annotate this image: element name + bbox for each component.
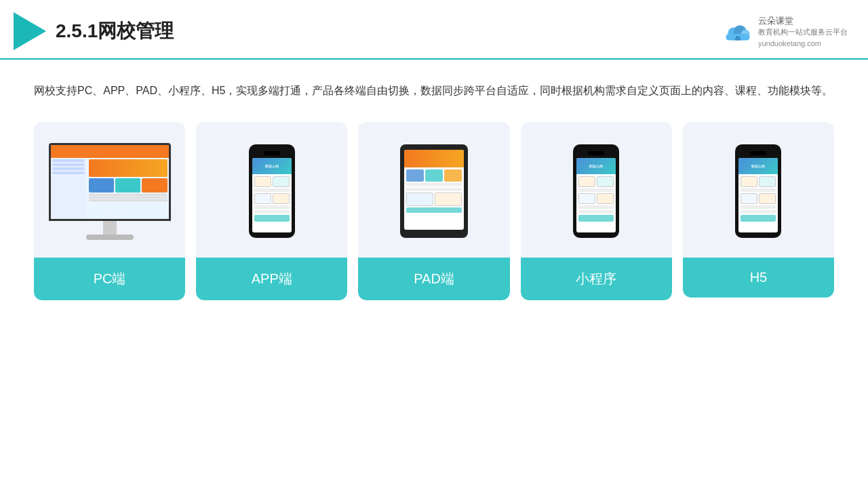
phone-body-2: 职达人的 — [573, 144, 619, 238]
phone-screen: 职达人的 — [252, 158, 292, 232]
h5-phone-mockup: 职达人的 — [735, 144, 781, 238]
phone-screen-2: 职达人的 — [576, 158, 616, 232]
card-miniprogram-label: 小程序 — [521, 258, 672, 300]
app-mini-card-2 — [273, 176, 290, 187]
card-miniprogram-image: 职达人的 — [521, 122, 672, 258]
mp-row-1 — [578, 188, 614, 192]
app-mini-card-3 — [254, 193, 271, 204]
header: 2.5.1网校管理 云朵课堂 教育机构一站式服务云平台 yunduoketang… — [0, 0, 868, 60]
app-phone-mockup: 职达人的 — [249, 144, 295, 238]
main-content: 网校支持PC、APP、PAD、小程序、H5，实现多端打通，产品各终端自由切换，数… — [0, 60, 868, 314]
app-header-bar: 职达人的 — [252, 158, 292, 174]
brand-text-block: 云朵课堂 教育机构一站式服务云平台 yunduoketang.com — [758, 15, 848, 47]
brand-url: yunduoketang.com — [758, 39, 848, 47]
mp-row-2 — [578, 205, 614, 209]
monitor-neck — [103, 221, 117, 235]
card-miniprogram: 职达人的 — [521, 122, 672, 300]
monitor-screen — [49, 143, 171, 221]
phone-screen-3: 职达人的 — [738, 158, 778, 232]
h5-header-bar: 职达人的 — [738, 158, 778, 174]
card-pad-image — [358, 122, 509, 258]
mp-mini-card-1 — [578, 176, 595, 187]
header-right: 云朵课堂 教育机构一站式服务云平台 yunduoketang.com — [722, 15, 848, 47]
app-content-area — [252, 174, 292, 224]
platform-cards: PC端 职达人的 — [34, 122, 834, 300]
h5-content-area — [738, 174, 778, 224]
cloud-logo-icon — [722, 20, 754, 42]
app-row-3 — [254, 210, 290, 214]
app-mini-card-4 — [273, 193, 290, 204]
phone-notch — [264, 151, 280, 155]
tablet-screen-content — [404, 150, 464, 230]
brand-logo: 云朵课堂 教育机构一站式服务云平台 yunduoketang.com — [722, 15, 848, 47]
phone-notch-3 — [750, 151, 766, 155]
mp-row-3 — [578, 210, 614, 214]
app-mini-card-1 — [254, 176, 271, 187]
h5-screen-content: 职达人的 — [738, 158, 778, 232]
h5-mini-card-3 — [741, 193, 757, 204]
phone-notch-2 — [588, 151, 604, 155]
tablet-screen — [404, 150, 464, 230]
app-row-1 — [254, 188, 290, 192]
mp-cta-bar — [578, 215, 614, 222]
card-h5-label: H5 — [683, 258, 834, 298]
h5-row-2 — [741, 205, 776, 209]
miniprogram-content-area — [576, 174, 616, 224]
h5-mini-card-4 — [759, 193, 776, 204]
mp-mini-card-4 — [597, 193, 614, 204]
page-title: 2.5.1网校管理 — [56, 18, 174, 44]
miniprogram-screen-content: 职达人的 — [576, 158, 616, 232]
card-h5-image: 职达人的 — [683, 122, 834, 258]
card-app-image: 职达人的 — [196, 122, 347, 258]
miniprogram-header-bar: 职达人的 — [576, 158, 616, 174]
app-row-2 — [254, 205, 290, 209]
phone-body-3: 职达人的 — [735, 144, 781, 238]
card-pc-image — [34, 122, 185, 258]
mp-mini-card-3 — [578, 193, 595, 204]
card-pc-label: PC端 — [34, 258, 185, 300]
svg-rect-6 — [734, 39, 741, 40]
card-app-label: APP端 — [196, 258, 347, 300]
logo-triangle-icon — [14, 12, 46, 50]
h5-cta-bar — [741, 215, 776, 222]
miniprogram-phone-mockup: 职达人的 — [573, 144, 619, 238]
phone-body: 职达人的 — [249, 144, 295, 238]
brand-tagline: 教育机构一站式服务云平台 — [758, 27, 848, 37]
h5-mini-card-1 — [741, 176, 757, 187]
h5-mini-card-2 — [759, 176, 776, 187]
h5-row-1 — [741, 188, 776, 192]
card-h5: 职达人的 — [683, 122, 834, 298]
h5-row-3 — [741, 210, 776, 214]
header-left: 2.5.1网校管理 — [14, 12, 174, 50]
monitor-screen-content — [51, 145, 169, 219]
card-app: 职达人的 — [196, 122, 347, 300]
brand-name: 云朵课堂 — [758, 15, 848, 27]
mp-mini-card-2 — [597, 176, 614, 187]
monitor-base — [86, 235, 134, 240]
card-pc: PC端 — [34, 122, 185, 300]
tablet-mockup — [400, 144, 468, 238]
app-screen-content: 职达人的 — [252, 158, 292, 232]
tablet-body — [400, 144, 468, 238]
card-pad: PAD端 — [358, 122, 509, 300]
app-cta-bar — [254, 215, 290, 222]
description-text: 网校支持PC、APP、PAD、小程序、H5，实现多端打通，产品各终端自由切换，数… — [34, 80, 834, 102]
card-pad-label: PAD端 — [358, 258, 509, 300]
monitor-mockup — [49, 143, 171, 240]
